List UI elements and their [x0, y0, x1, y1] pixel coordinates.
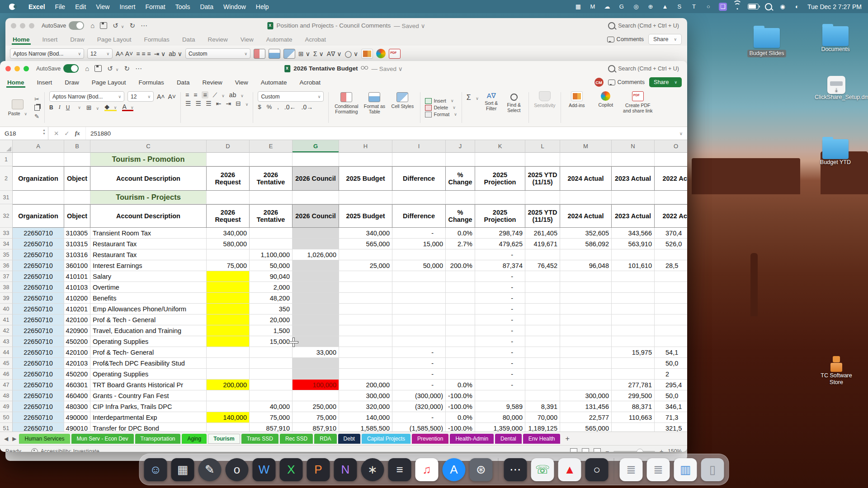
cell-O41[interactable]: [655, 314, 687, 325]
column-header-H[interactable]: H: [339, 140, 392, 153]
cell-B31[interactable]: [64, 191, 90, 204]
cell-M33[interactable]: 352,605: [560, 228, 612, 239]
cell-A50[interactable]: 22650710: [13, 412, 64, 423]
cell-C31[interactable]: Tourism - Projects: [90, 191, 207, 204]
home-icon[interactable]: ⌂: [90, 22, 94, 29]
cell-C38[interactable]: Overtime: [90, 282, 207, 293]
cell-N33[interactable]: 343,566: [612, 228, 655, 239]
cell-H44[interactable]: [339, 347, 392, 358]
menu-file[interactable]: File: [55, 3, 66, 10]
cell-K2[interactable]: 2025 Projection: [475, 166, 525, 191]
cell-K34[interactable]: 479,625: [475, 239, 525, 249]
cell-D45[interactable]: [207, 358, 250, 369]
more-icon[interactable]: ⋯: [141, 22, 147, 30]
cell-O46[interactable]: 2: [655, 369, 687, 380]
cell-N35[interactable]: [612, 249, 655, 260]
cell-K1[interactable]: [475, 153, 525, 166]
cell-C43[interactable]: Operating Supplies: [90, 336, 207, 347]
cell-N43[interactable]: [612, 336, 655, 347]
cell-L2[interactable]: 2025 YTD (11/15): [525, 166, 560, 191]
cell-A42[interactable]: 22650710: [13, 325, 64, 336]
cell-B32[interactable]: Object: [64, 204, 90, 228]
cell-I49[interactable]: (320,000): [392, 401, 446, 412]
cell-A34[interactable]: 22650710: [13, 239, 64, 249]
autosum-icon[interactable]: Σ ∨: [467, 94, 479, 101]
apple-menu-icon[interactable]: [9, 4, 15, 10]
cell-E38[interactable]: 2,000: [250, 282, 292, 293]
cell-J1[interactable]: [446, 153, 475, 166]
page-layout-view-icon[interactable]: [582, 448, 589, 452]
percent-icon[interactable]: %: [267, 103, 272, 110]
column-header-M[interactable]: M: [560, 140, 612, 153]
cell-J39[interactable]: [446, 293, 475, 304]
tab-home[interactable]: Home: [12, 34, 31, 45]
cell-A1[interactable]: [13, 153, 64, 166]
cell-H32[interactable]: 2025 Budget: [339, 204, 392, 228]
sheet-tab-trans-ssd[interactable]: Trans SSD: [241, 434, 278, 444]
cell-H49[interactable]: 320,000: [339, 401, 392, 412]
cell-K39[interactable]: -: [475, 293, 525, 304]
cell-C44[interactable]: Prof & Tech- General: [90, 347, 207, 358]
outlook-icon[interactable]: o: [226, 458, 249, 481]
cell-K36[interactable]: 87,374: [475, 260, 525, 271]
insert-function-icon[interactable]: fx: [75, 130, 80, 137]
cell-M36[interactable]: 96,048: [560, 260, 612, 271]
cell-L34[interactable]: 419,671: [525, 239, 560, 249]
autosave-toggle[interactable]: AutoSave: [42, 21, 84, 30]
cell-D35[interactable]: [207, 249, 250, 260]
cell-M44[interactable]: [560, 347, 612, 358]
cell-A37[interactable]: 22650710: [13, 271, 64, 282]
cell-D49[interactable]: [207, 401, 250, 412]
cell-G46[interactable]: [292, 369, 339, 380]
cell-D39[interactable]: [207, 293, 250, 304]
cell-J33[interactable]: 0.0%: [446, 228, 475, 239]
cell-C39[interactable]: Benefits: [90, 293, 207, 304]
cell-H41[interactable]: [339, 314, 392, 325]
cell-A49[interactable]: 22650710: [13, 401, 64, 412]
cell-I39[interactable]: [392, 293, 446, 304]
normal-view-icon[interactable]: [570, 448, 577, 452]
increase-indent-icon[interactable]: ⇥: [226, 100, 231, 107]
row-header-50[interactable]: 50: [0, 412, 13, 423]
cell-D33[interactable]: 340,000: [207, 228, 250, 239]
redo-icon[interactable]: ↻: [129, 22, 135, 30]
appstore-icon[interactable]: A: [443, 458, 466, 481]
add-sheet-button[interactable]: +: [565, 435, 569, 443]
cell-E34[interactable]: [250, 239, 292, 249]
tabs-scroll-left-icon[interactable]: ◀: [4, 436, 8, 442]
cell-C33[interactable]: Transient Room Tax: [90, 228, 207, 239]
zoom-slider[interactable]: [613, 451, 655, 452]
bold-button[interactable]: B: [49, 104, 53, 111]
column-header-C[interactable]: C: [90, 140, 207, 153]
close-button[interactable]: [5, 66, 11, 71]
cell-N44[interactable]: 15,975: [612, 347, 655, 358]
delete-cells-button[interactable]: Delete ∨: [425, 105, 457, 111]
cell-O42[interactable]: [655, 325, 687, 336]
row-header-39[interactable]: 39: [0, 293, 13, 304]
row-header-32[interactable]: 32: [0, 204, 13, 228]
tab-data[interactable]: Data: [176, 77, 191, 88]
dots-app-icon[interactable]: ⋯: [504, 458, 527, 481]
cell-E50[interactable]: 75,000: [250, 412, 292, 423]
cell-N51[interactable]: [612, 423, 655, 432]
cell-M51[interactable]: 565,000: [560, 423, 612, 432]
cell-M2[interactable]: 2024 Actual: [560, 166, 612, 191]
cell-M40[interactable]: [560, 304, 612, 314]
cell-C49[interactable]: CIP Infra Parks, Trails DPC: [90, 401, 207, 412]
cell-G43[interactable]: [292, 336, 339, 347]
row-header-37[interactable]: 37: [0, 271, 13, 282]
cell-M37[interactable]: [560, 271, 612, 282]
cell-C46[interactable]: Operating Supplies: [90, 369, 207, 380]
cell-A35[interactable]: 22650710: [13, 249, 64, 260]
cell-E1[interactable]: [250, 153, 292, 166]
menu-clock[interactable]: Tue Dec 2 7:27 PM: [807, 3, 862, 10]
sheet-tab-rda[interactable]: RDA: [314, 434, 336, 444]
cell-J38[interactable]: [446, 282, 475, 293]
column-header-L[interactable]: L: [525, 140, 560, 153]
cell-N36[interactable]: 101,610: [612, 260, 655, 271]
cell-H34[interactable]: 565,000: [339, 239, 392, 249]
tab-review[interactable]: Review: [201, 77, 223, 88]
cell-M45[interactable]: [560, 358, 612, 369]
tab-page-layout[interactable]: Page Layout: [91, 77, 127, 88]
cell-B40[interactable]: 410201: [64, 304, 90, 314]
